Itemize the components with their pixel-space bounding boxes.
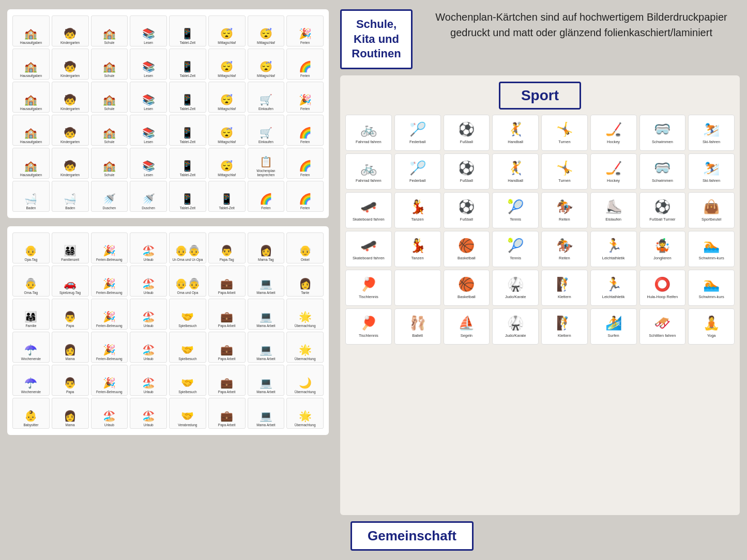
card-item: 💻 Mama Arbeit <box>248 266 285 297</box>
sport-label: Sportbeutel <box>702 217 721 222</box>
card-item: ☂️ Wochenende <box>12 365 50 396</box>
top-sheet: 🏫 Hausaufgaben🧒 Kindergarten🏫 Schule📚 Le… <box>7 9 329 218</box>
card-label: Kindergarten <box>60 173 80 177</box>
card-icon: 🌟 <box>299 310 312 323</box>
sport-label: Tischtennis <box>359 294 378 300</box>
sport-label: Reiten <box>559 217 570 222</box>
sport-label: Tanzen <box>411 256 424 261</box>
sport-card: 🎾 Tennis <box>492 231 539 267</box>
sport-icon: 🤸 <box>556 121 573 137</box>
card-label: Ur-Oma und Ur-Opa <box>172 258 203 262</box>
card-label: Schule <box>104 173 114 177</box>
card-label: Urlaub <box>104 423 114 427</box>
sport-icon: 🏊 <box>703 238 720 254</box>
sport-icon: 🤹 <box>654 238 670 254</box>
card-item: 📚 Lesen <box>130 15 167 46</box>
sport-card: 🏸 Federball <box>394 153 441 190</box>
card-item: 🛁 Baden <box>12 181 50 212</box>
card-icon: 🎉 <box>103 344 116 356</box>
card-icon: 🧒 <box>64 27 77 40</box>
sport-card: 🧗 Klettern <box>541 270 588 306</box>
card-icon: 🏫 <box>24 160 37 172</box>
card-label: Hausaufgaben <box>20 74 42 78</box>
card-icon: 💼 <box>220 344 233 356</box>
card-item: 🏖️ Urlaub <box>130 299 167 330</box>
card-icon: 💼 <box>220 410 233 422</box>
card-icon: 👩 <box>299 277 312 290</box>
card-icon: 💻 <box>260 377 272 389</box>
sport-icon: 🏃 <box>605 276 622 292</box>
card-icon: 🚗 <box>64 277 77 290</box>
card-icon: 📱 <box>181 27 194 40</box>
sport-label: Turnen <box>558 139 571 145</box>
sport-icon: 🤾 <box>507 160 524 176</box>
card-label: Mama <box>66 357 75 361</box>
sport-label: Ballett <box>412 333 423 338</box>
card-item: 🏖️ Urlaub <box>130 365 167 396</box>
sport-label: Schwimm-kurs <box>699 256 724 261</box>
card-label: Ferien <box>261 206 270 210</box>
card-label: Papa-Tag <box>220 258 234 262</box>
card-item: 🚿 Duschen <box>130 181 167 212</box>
card-item: 😴 Mittagschlaf <box>208 49 246 80</box>
description-text: Wochenplan-Kärtchen sind auf hochwertige… <box>423 9 740 40</box>
card-label: Ferien <box>300 206 310 210</box>
card-icon: 🌙 <box>299 377 312 389</box>
sport-label: Fußball <box>460 178 473 183</box>
card-label: Papa Arbeit <box>218 324 236 328</box>
card-icon: 📚 <box>142 60 155 73</box>
card-item: 💻 Mama Arbeit <box>248 398 285 429</box>
card-item: 🌟 Übernachtung <box>286 332 324 363</box>
card-label: Kindergarten <box>60 41 80 45</box>
card-icon: 🧒 <box>64 160 77 172</box>
sport-card: 🥋 Judo/Karate <box>492 270 539 306</box>
card-label: Hausaufgaben <box>20 107 42 111</box>
left-column: 🏫 Hausaufgaben🧒 Kindergarten🏫 Schule📚 Le… <box>0 0 336 560</box>
card-item: 🌈 Ferien <box>286 49 324 80</box>
card-item: 📱 Tablet-Zeit <box>169 49 206 80</box>
sport-card: 🥽 Schwimmen <box>639 153 686 190</box>
card-icon: 🛁 <box>64 193 77 205</box>
card-icon: 🏫 <box>24 60 37 73</box>
sport-card: ⚽ Fußball Turnier <box>639 192 686 228</box>
card-item: 📱 Tablet-Zeit <box>169 15 206 46</box>
card-label: Einkaufen <box>258 107 273 111</box>
card-label: Mama Arbeit <box>256 357 276 361</box>
card-label: Baden <box>26 206 36 210</box>
sport-card: 🤹 Jonglieren <box>639 231 686 267</box>
card-item: 👩 Mama <box>52 398 89 429</box>
card-icon: 💼 <box>220 377 233 389</box>
sport-card: 🏒 Hockey <box>590 153 637 190</box>
sport-card: 🏇 Reiten <box>541 231 588 267</box>
sport-icon: 🤸 <box>556 160 573 176</box>
sport-card: ⛷️ Ski-fahren <box>688 115 735 151</box>
sport-icon: 💃 <box>409 238 426 254</box>
card-label: Spielbesuch <box>178 390 196 394</box>
card-item: 🎉 Ferien-Betreuung <box>91 266 128 297</box>
sport-card: ⚽ Fußball <box>444 192 490 228</box>
card-icon: 🤝 <box>181 310 194 323</box>
card-item: 🚗 Spielzeug-Tag <box>52 266 89 297</box>
card-item: 📱 Tablet-Zeit <box>169 115 206 146</box>
card-item: 🎉 Ferien <box>286 15 324 46</box>
card-icon: 📱 <box>220 193 233 205</box>
sport-card: 👜 Sportbeutel <box>688 192 735 228</box>
card-item: 🧒 Kindergarten <box>52 148 89 179</box>
card-label: Papa Arbeit <box>218 291 236 295</box>
card-item: 🌟 Übernachtung <box>286 299 324 330</box>
card-icon: 💻 <box>260 344 272 356</box>
card-icon: 🎉 <box>103 244 116 257</box>
card-item: 🏖️ Urlaub <box>130 266 167 297</box>
card-icon: 😴 <box>220 60 233 73</box>
card-label: Ferien-Betreuung <box>96 291 123 295</box>
card-label: Hausaufgaben <box>20 41 42 45</box>
card-icon: 🛁 <box>24 193 37 205</box>
card-label: Schule <box>104 41 114 45</box>
card-icon: 👨‍👩‍👧‍👦 <box>64 244 77 257</box>
card-icon: 🏖️ <box>142 377 155 389</box>
sport-card: 🏀 Basketball <box>444 231 490 267</box>
card-icon: 🎉 <box>299 27 312 40</box>
card-icon: 👨‍👩‍👧 <box>24 310 37 323</box>
sport-badge: Sport <box>499 82 581 110</box>
sport-label: Fußball <box>460 139 473 145</box>
